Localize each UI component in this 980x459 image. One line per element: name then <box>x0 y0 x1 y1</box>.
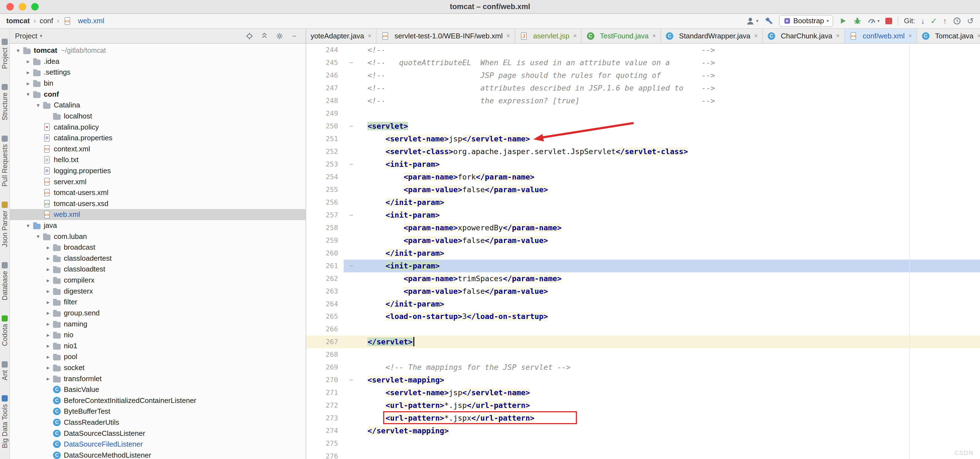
tab-close-icon[interactable]: × <box>368 32 372 40</box>
tab-close-icon[interactable]: × <box>507 32 510 40</box>
tree-expand-arrow[interactable]: ▸ <box>44 255 52 261</box>
tree-item-logging-properties[interactable]: logging.properties <box>10 166 305 177</box>
code-line-248[interactable]: 248<!-- the expression? [true] --> <box>306 94 980 107</box>
code-line-271[interactable]: 271 <servlet-name>jsp</servlet-name> <box>306 386 980 399</box>
tree-item-transformlet[interactable]: ▸transformlet <box>10 373 305 384</box>
code-editor[interactable]: 244<!-- -->245−<!-- quoteAttributeEL Whe… <box>306 44 980 459</box>
line-number[interactable]: 249 <box>306 107 344 120</box>
tree-item-hello-txt[interactable]: hello.txt <box>10 155 305 166</box>
code-line-264[interactable]: 264 </init-param> <box>306 298 980 311</box>
code-line-258[interactable]: 258 <param-name>xpoweredBy</param-name> <box>306 222 980 234</box>
tree-item-filter[interactable]: ▸filter <box>10 296 305 308</box>
code-line-260[interactable]: 260 </init-param> <box>306 247 980 260</box>
tree-item-web-xml[interactable]: web.xml <box>10 209 305 220</box>
editor-tab-testfound-java[interactable]: TestFound.java× <box>582 29 661 43</box>
tree-item-datasourcefiledlistener[interactable]: DataSourceFiledListener <box>10 439 305 450</box>
tree-expand-arrow[interactable]: ▸ <box>44 354 52 360</box>
tree-expand-arrow[interactable]: ▾ <box>14 47 23 54</box>
tree-expand-arrow[interactable]: ▾ <box>34 233 43 240</box>
tree-item-classreaderutils[interactable]: ClassReaderUtils <box>10 417 305 428</box>
tab-close-icon[interactable]: × <box>908 32 912 40</box>
editor-tab-conf-web-xml[interactable]: conf/web.xml× <box>845 29 917 43</box>
code-fold-marker[interactable]: − <box>344 158 359 171</box>
tree-item-socket[interactable]: ▸socket <box>10 362 305 373</box>
line-number[interactable]: 253 <box>306 158 344 171</box>
tab-close-icon[interactable]: × <box>652 32 656 40</box>
line-number[interactable]: 260 <box>306 247 344 260</box>
code-line-275[interactable]: 275 <box>306 437 980 450</box>
line-number[interactable]: 272 <box>306 399 344 412</box>
tree-expand-arrow[interactable]: ▾ <box>34 102 43 108</box>
tool-stripe-button-pull-requests[interactable]: Pull Requests <box>1 135 9 187</box>
code-fold-marker[interactable]: − <box>344 374 359 386</box>
code-line-272[interactable]: 272 <url-pattern>*.jsp</url-pattern> <box>306 399 980 412</box>
tree-item-conf[interactable]: ▾conf <box>10 89 305 100</box>
tree-item-bin[interactable]: ▸bin <box>10 78 305 89</box>
line-number[interactable]: 274 <box>306 424 344 437</box>
tab-close-icon[interactable]: × <box>836 32 840 40</box>
code-line-263[interactable]: 263 <param-value>false</param-value> <box>306 285 980 298</box>
editor-tab-standardwrapper-java[interactable]: StandardWrapper.java× <box>661 29 763 43</box>
line-number[interactable]: 245 <box>306 56 344 69</box>
code-line-265[interactable]: 265 <load-on-startup>3</load-on-startup> <box>306 310 980 323</box>
breadcrumb-web-xml[interactable]: web.xml <box>78 17 104 25</box>
code-line-276[interactable]: 276 <box>306 450 980 459</box>
hide-panel-button[interactable]: − <box>288 30 301 42</box>
tool-stripe-button-json-parser[interactable]: Json Parser <box>1 202 9 247</box>
tree-item-compilerx[interactable]: ▸compilerx <box>10 275 305 286</box>
minimize-window-button[interactable] <box>19 3 26 11</box>
code-line-245[interactable]: 245−<!-- quoteAttributeEL When EL is use… <box>306 56 980 69</box>
code-line-259[interactable]: 259 <param-value>false</param-value> <box>306 234 980 247</box>
code-fold-marker[interactable]: − <box>344 260 359 272</box>
tree-expand-arrow[interactable]: ▾ <box>24 222 33 229</box>
code-line-273[interactable]: 273 <url-pattern>*.jspx</url-pattern> <box>306 412 980 424</box>
line-number[interactable]: 265 <box>306 310 344 323</box>
line-number[interactable]: 262 <box>306 272 344 285</box>
tree-item-java[interactable]: ▾java <box>10 220 305 231</box>
code-line-261[interactable]: 261− <init-param> <box>306 260 980 272</box>
tree-item-broadcast[interactable]: ▸broadcast <box>10 242 305 253</box>
tree-expand-arrow[interactable]: ▸ <box>44 288 52 295</box>
line-number[interactable]: 247 <box>306 82 344 94</box>
code-line-249[interactable]: 249 <box>306 107 980 120</box>
code-fold-marker[interactable]: − <box>344 56 359 69</box>
breadcrumb-conf[interactable]: conf <box>40 17 53 25</box>
code-line-270[interactable]: 270−<servlet-mapping> <box>306 374 980 386</box>
tree-expand-arrow[interactable]: ▸ <box>44 375 52 382</box>
run-play-icon[interactable] <box>838 17 848 26</box>
tree-item-localhost[interactable]: localhost <box>10 111 305 122</box>
line-number[interactable]: 275 <box>306 437 344 450</box>
tree-item-bytebuffertest[interactable]: ByteBufferTest <box>10 406 305 417</box>
tree-item-group-send[interactable]: ▸group.send <box>10 308 305 319</box>
line-number[interactable]: 269 <box>306 361 344 374</box>
line-number[interactable]: 251 <box>306 132 344 145</box>
tree-expand-arrow[interactable]: ▾ <box>24 91 33 97</box>
tree-expand-arrow[interactable]: ▸ <box>44 266 52 273</box>
line-number[interactable]: 271 <box>306 386 344 399</box>
tree-item-settings[interactable]: ▸.settings <box>10 67 305 78</box>
breadcrumb-tomcat[interactable]: tomcat <box>6 17 30 25</box>
editor-tab-charchunk-java[interactable]: CharChunk.java× <box>763 29 845 43</box>
line-number[interactable]: 257 <box>306 209 344 222</box>
debug-bug-icon[interactable] <box>853 17 862 26</box>
collapse-all-button[interactable] <box>258 30 270 42</box>
tree-expand-arrow[interactable]: ▸ <box>44 244 52 251</box>
tree-item-pool[interactable]: ▸pool <box>10 351 305 362</box>
git-push-icon[interactable]: ↑ <box>943 17 947 25</box>
tree-item-beforecontextinitializedcontainerlistener[interactable]: BeforeContextInitializedContainerListene… <box>10 395 305 406</box>
close-window-button[interactable] <box>6 3 14 11</box>
rollback-undo-icon[interactable]: ↺ <box>967 17 974 25</box>
tree-item-datasourceclasslistener[interactable]: DataSourceClassListener <box>10 428 305 439</box>
code-line-250[interactable]: 250−<servlet> <box>306 120 980 132</box>
git-update-icon[interactable]: ↓ <box>921 17 925 25</box>
line-number[interactable]: 268 <box>306 348 344 361</box>
stop-button[interactable] <box>885 18 892 25</box>
tree-item-classloadertest[interactable]: ▸classloadertest <box>10 253 305 264</box>
line-number[interactable]: 273 <box>306 412 344 424</box>
tree-item-catalina[interactable]: ▾Catalina <box>10 100 305 111</box>
tool-stripe-button-ant[interactable]: Ant <box>1 361 9 380</box>
tool-stripe-button-database[interactable]: Database <box>1 262 9 300</box>
tree-item-idea[interactable]: ▸.idea <box>10 56 305 67</box>
tab-close-icon[interactable]: × <box>754 32 758 40</box>
build-hammer-icon[interactable] <box>764 16 773 26</box>
